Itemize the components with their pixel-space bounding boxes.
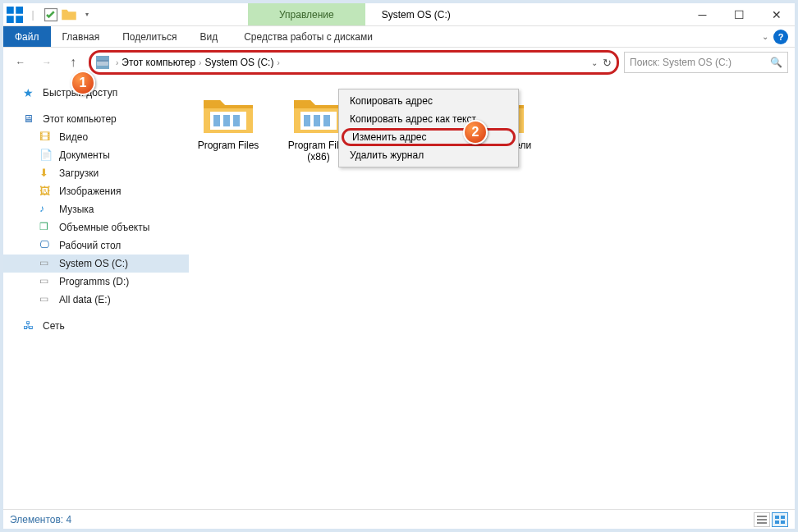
- breadcrumb-this-pc[interactable]: Этот компьютер: [122, 57, 195, 68]
- search-icon[interactable]: 🔍: [770, 57, 782, 68]
- svg-rect-13: [314, 115, 320, 126]
- tab-share[interactable]: Поделиться: [111, 26, 188, 47]
- svg-rect-3: [16, 16, 23, 23]
- ribbon-expand-icon[interactable]: ⌄: [762, 32, 768, 41]
- nav-label: Документы: [59, 149, 110, 161]
- nav-videos[interactable]: 🎞Видео: [3, 128, 189, 146]
- folder-icon[interactable]: [61, 7, 77, 23]
- contextual-tab-label: Управление: [248, 3, 365, 25]
- folder-icon: [202, 94, 255, 136]
- nav-label: Музыка: [59, 204, 94, 215]
- drive-icon: ▭: [39, 275, 53, 288]
- file-tab[interactable]: Файл: [3, 26, 51, 47]
- address-context-menu: Копировать адрес Копировать адрес как те…: [338, 89, 519, 167]
- folder-program-files[interactable]: Program Files: [195, 94, 261, 163]
- drive-icon: [96, 56, 109, 69]
- cube-icon: ❒: [39, 221, 53, 234]
- explorer-icon: [7, 7, 23, 23]
- address-row: ← → ↑ › Этот компьютер › System OS (C:) …: [3, 48, 795, 77]
- ctx-copy-address-text[interactable]: Копировать адрес как текст: [342, 110, 516, 128]
- up-button[interactable]: ↑: [62, 52, 84, 73]
- nav-label: Этот компьютер: [43, 113, 117, 125]
- svg-rect-26: [775, 516, 779, 519]
- qat-dropdown-icon[interactable]: ▾: [79, 7, 95, 23]
- svg-rect-14: [323, 115, 330, 126]
- nav-label: Сеть: [43, 320, 65, 332]
- nav-label: System OS (C:): [59, 258, 128, 269]
- nav-label: Загрузки: [59, 167, 99, 179]
- ctx-edit-address[interactable]: Изменить адрес: [342, 128, 516, 146]
- quick-access-toolbar: | ▾: [3, 3, 108, 25]
- tab-home[interactable]: Главная: [51, 26, 112, 47]
- window-title: System OS (C:): [365, 3, 684, 25]
- svg-rect-25: [757, 522, 767, 524]
- svg-rect-1: [16, 7, 23, 14]
- status-item-count: Элементов: 4: [10, 514, 71, 525]
- nav-label: Рабочий стол: [59, 240, 121, 251]
- navigation-pane: ★ Быстрый доступ 🖥 Этот компьютер 🎞Видео…: [3, 77, 189, 509]
- docs-icon: 📄: [39, 149, 53, 162]
- breadcrumb-drive[interactable]: System OS (C:): [204, 57, 273, 68]
- view-details-icon[interactable]: [754, 512, 770, 527]
- status-bar: Элементов: 4: [3, 509, 795, 529]
- svg-rect-2: [7, 16, 14, 23]
- nav-pictures[interactable]: 🖼Изображения: [3, 182, 189, 200]
- svg-rect-23: [757, 516, 767, 517]
- address-dropdown-icon[interactable]: ⌄: [591, 58, 598, 67]
- nav-label: Объемные объекты: [59, 222, 149, 233]
- chevron-right-icon[interactable]: ›: [273, 58, 282, 67]
- svg-rect-10: [233, 115, 240, 126]
- nav-downloads[interactable]: ⬇Загрузки: [3, 164, 189, 182]
- video-icon: 🎞: [39, 131, 53, 144]
- refresh-icon[interactable]: ↻: [603, 57, 612, 69]
- address-bar[interactable]: › Этот компьютер › System OS (C:) › ⌄ ↻: [89, 50, 619, 75]
- folder-icon: [292, 94, 345, 136]
- help-icon[interactable]: ?: [773, 30, 788, 44]
- minimize-button[interactable]: ─: [684, 3, 721, 25]
- drive-icon: ▭: [39, 257, 53, 270]
- nav-this-pc[interactable]: 🖥 Этот компьютер: [3, 110, 189, 128]
- tab-view[interactable]: Вид: [188, 26, 229, 47]
- nav-documents[interactable]: 📄Документы: [3, 146, 189, 164]
- star-icon: ★: [23, 86, 36, 99]
- drive-icon: ▭: [39, 293, 53, 306]
- nav-network[interactable]: 🖧Сеть: [3, 317, 189, 335]
- ctx-copy-address[interactable]: Копировать адрес: [342, 92, 516, 110]
- maximize-button[interactable]: ☐: [721, 3, 758, 25]
- nav-3d[interactable]: ❒Объемные объекты: [3, 218, 189, 236]
- properties-icon[interactable]: [43, 7, 59, 23]
- desktop-icon: 🖵: [39, 239, 53, 252]
- nav-label: Programms (D:): [59, 276, 129, 287]
- nav-music[interactable]: ♪Музыка: [3, 200, 189, 218]
- callout-badge-1: 1: [71, 71, 95, 95]
- chevron-right-icon[interactable]: ›: [112, 58, 122, 67]
- downloads-icon: ⬇: [39, 167, 53, 180]
- nav-drive-c[interactable]: ▭System OS (C:): [3, 255, 189, 273]
- svg-rect-27: [781, 516, 785, 519]
- svg-rect-8: [213, 115, 220, 126]
- view-large-icons-icon[interactable]: [772, 512, 788, 527]
- nav-label: All data (E:): [59, 294, 111, 305]
- nav-label: Видео: [59, 131, 88, 143]
- back-button[interactable]: ←: [10, 52, 31, 73]
- tab-disk-tools[interactable]: Средства работы с дисками: [229, 26, 388, 47]
- chevron-right-icon[interactable]: ›: [195, 58, 204, 67]
- svg-rect-12: [304, 115, 310, 126]
- forward-button[interactable]: →: [36, 52, 57, 73]
- callout-badge-2: 2: [463, 120, 488, 144]
- close-button[interactable]: ✕: [758, 3, 795, 25]
- nav-drive-d[interactable]: ▭Programms (D:): [3, 273, 189, 291]
- search-input[interactable]: Поиск: System OS (C:) 🔍: [624, 52, 788, 73]
- svg-rect-24: [757, 519, 767, 521]
- nav-desktop[interactable]: 🖵Рабочий стол: [3, 236, 189, 255]
- nav-quick-access[interactable]: ★ Быстрый доступ: [3, 84, 189, 102]
- pc-icon: 🖥: [23, 112, 36, 126]
- ctx-delete-history[interactable]: Удалить журнал: [342, 146, 516, 164]
- ribbon-tabs: Файл Главная Поделиться Вид Средства раб…: [3, 26, 795, 48]
- folder-label: Program Files: [198, 140, 259, 151]
- pictures-icon: 🖼: [39, 185, 53, 198]
- nav-drive-e[interactable]: ▭All data (E:): [3, 291, 189, 309]
- svg-rect-0: [7, 7, 14, 14]
- search-placeholder: Поиск: System OS (C:): [630, 57, 732, 68]
- nav-label: Изображения: [59, 186, 121, 197]
